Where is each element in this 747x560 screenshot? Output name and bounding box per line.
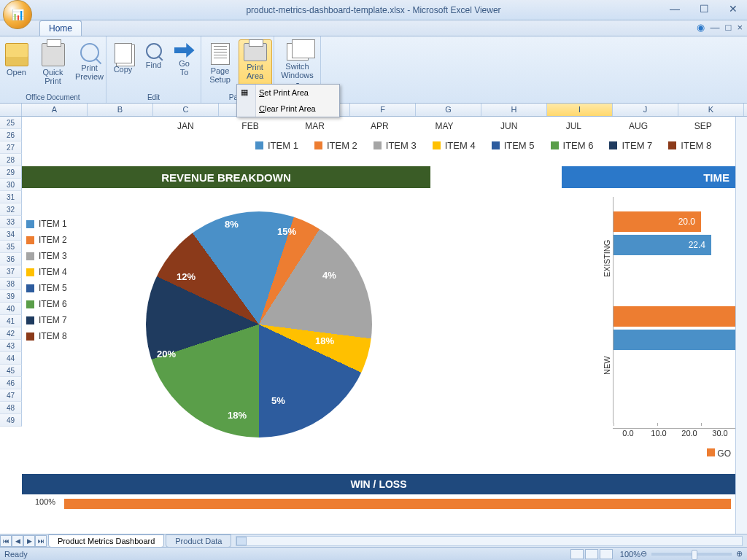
row-46[interactable]: 46	[0, 377, 22, 389]
row-32[interactable]: 32	[0, 203, 22, 216]
minimize-button[interactable]: —	[665, 3, 684, 15]
col-J[interactable]: J	[613, 104, 678, 116]
print-area-button[interactable]: Print Area▾	[239, 39, 272, 89]
quick-print-button[interactable]: Quick Print	[36, 39, 71, 89]
row-49[interactable]: 49	[0, 414, 22, 427]
print-preview-button[interactable]: Print Preview	[72, 39, 107, 89]
tab-nav-last[interactable]: ⏭	[35, 535, 47, 547]
vertical-scrollbar[interactable]	[735, 117, 747, 534]
row-47[interactable]: 47	[0, 389, 22, 402]
row-30[interactable]: 30	[0, 179, 22, 191]
sheet-area[interactable]: 2526272829303132333435363738394041424344…	[0, 117, 735, 534]
clear-print-area-item[interactable]: Clear Print Area	[237, 101, 339, 117]
row-45[interactable]: 45	[0, 365, 22, 377]
ribbon-minimize-button[interactable]: —	[711, 22, 720, 33]
tab-nav-first[interactable]: ⏮	[0, 535, 12, 547]
col-G[interactable]: G	[416, 104, 481, 116]
ribbon-close-button[interactable]: ×	[737, 22, 743, 33]
tab-home[interactable]: Home	[39, 20, 82, 36]
row-35[interactable]: 35	[0, 241, 22, 253]
col-H[interactable]: H	[481, 104, 547, 116]
month-JUN: JUN	[476, 117, 541, 131]
goto-button[interactable]: Go To	[170, 39, 199, 89]
col-F[interactable]: F	[350, 104, 416, 116]
row-34[interactable]: 34	[0, 228, 22, 241]
group-edit: Edit	[107, 93, 201, 101]
row-29[interactable]: 29	[0, 166, 22, 179]
row-40[interactable]: 40	[0, 303, 22, 315]
row-37[interactable]: 37	[0, 265, 22, 278]
legend-item-7: ITEM 7	[609, 140, 652, 151]
set-print-area-item[interactable]: ▦Set Print Area	[237, 85, 339, 101]
pie-legend-item-4: ITEM 4	[26, 267, 67, 277]
page-setup-button[interactable]: Page Setup	[204, 39, 237, 89]
pie-legend-item-6: ITEM 6	[26, 299, 67, 309]
zoom-slider[interactable]	[651, 553, 732, 556]
col-C[interactable]: C	[153, 104, 219, 116]
sheet-tab-dashboard[interactable]: Product Metrics Dashboard	[48, 534, 164, 548]
row-25[interactable]: 25	[0, 117, 22, 129]
zoom-out-button[interactable]: ⊖	[640, 549, 647, 559]
maximize-button[interactable]: ☐	[694, 3, 713, 15]
view-pagebreak-button[interactable]	[600, 549, 613, 559]
zoom-in-button[interactable]: ⊕	[736, 549, 743, 559]
row-33[interactable]: 33	[0, 216, 22, 228]
select-all-corner[interactable]	[0, 104, 22, 116]
view-normal-button[interactable]	[570, 549, 584, 559]
column-headers: A B C D E F G H I J K	[0, 104, 747, 117]
row-27[interactable]: 27	[0, 141, 22, 154]
month-SEP: SEP	[670, 117, 735, 131]
legend-item-3: ITEM 3	[374, 140, 417, 151]
pie-legend-item-3: ITEM 3	[26, 251, 67, 261]
tab-nav-next[interactable]: ▶	[23, 535, 35, 547]
row-36[interactable]: 36	[0, 253, 22, 265]
col-B[interactable]: B	[88, 104, 153, 116]
open-button[interactable]: Open	[0, 39, 34, 89]
row-38[interactable]: 38	[0, 278, 22, 290]
pie-legend-item-8: ITEM 8	[26, 331, 67, 341]
worksheet-content: JANFEBMARAPRMAYJUNJULAUGSEP ITEM 1ITEM 2…	[22, 117, 735, 534]
go-legend: GO	[707, 448, 731, 459]
close-button[interactable]: ✕	[724, 3, 743, 15]
horizontal-scrollbar[interactable]	[236, 536, 743, 546]
bar-new-2	[614, 330, 735, 350]
row-41[interactable]: 41	[0, 315, 22, 327]
bar-cat-existing: EXISTING	[603, 240, 611, 277]
month-AUG: AUG	[606, 117, 671, 131]
group-office-document: Office Document	[0, 93, 106, 101]
row-headers: 2526272829303132333435363738394041424344…	[0, 117, 22, 427]
tab-nav-prev[interactable]: ◀	[12, 535, 23, 547]
month-FEB: FEB	[218, 117, 283, 131]
col-K[interactable]: K	[678, 104, 744, 116]
row-39[interactable]: 39	[0, 290, 22, 303]
row-42[interactable]: 42	[0, 327, 22, 340]
find-button[interactable]: Find	[139, 39, 169, 89]
month-APR: APR	[347, 117, 412, 131]
legend-top: ITEM 1ITEM 2ITEM 3ITEM 4ITEM 5ITEM 6ITEM…	[255, 140, 711, 151]
sheet-tab-data[interactable]: Product Data	[166, 534, 231, 548]
row-26[interactable]: 26	[0, 129, 22, 141]
view-layout-button[interactable]	[585, 549, 598, 559]
row-43[interactable]: 43	[0, 340, 22, 352]
ribbon-restore-button[interactable]: □	[726, 22, 732, 33]
months-row: JANFEBMARAPRMAYJUNJULAUGSEP	[22, 117, 735, 131]
ribbon-tabs: Home ◉ — □ ×	[0, 20, 747, 36]
legend-item-4: ITEM 4	[433, 140, 476, 151]
pie-label-3: 18%	[315, 335, 334, 346]
help-icon[interactable]: ◉	[697, 22, 705, 33]
month-MAY: MAY	[412, 117, 477, 131]
legend-item-6: ITEM 6	[551, 140, 594, 151]
col-I[interactable]: I	[547, 104, 613, 116]
row-28[interactable]: 28	[0, 154, 22, 166]
bar-existing-2: 22.4	[614, 235, 711, 255]
row-31[interactable]: 31	[0, 191, 22, 203]
legend-item-1: ITEM 1	[255, 140, 298, 151]
office-button[interactable]	[3, 0, 32, 29]
row-44[interactable]: 44	[0, 352, 22, 365]
col-A[interactable]: A	[22, 104, 88, 116]
copy-button[interactable]: Copy	[109, 39, 138, 89]
switch-windows-button[interactable]: Switch Windows▾	[277, 39, 318, 89]
print-area-dropdown: ▦Set Print Area Clear Print Area	[236, 84, 340, 117]
pie-label-4: 5%	[271, 395, 285, 406]
row-48[interactable]: 48	[0, 402, 22, 414]
